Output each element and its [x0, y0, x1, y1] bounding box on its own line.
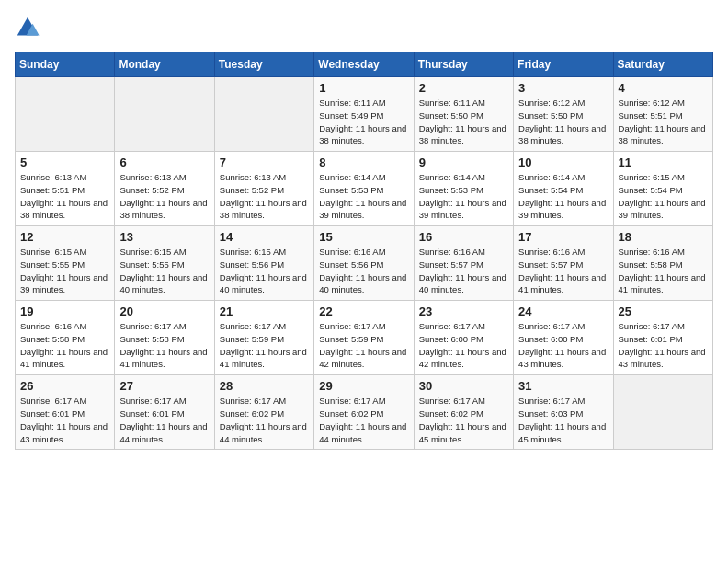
day-number: 16 — [419, 230, 508, 244]
day-detail: Sunrise: 6:13 AMSunset: 5:52 PMDaylight:… — [119, 171, 209, 222]
day-number: 22 — [319, 304, 408, 318]
day-detail: Sunrise: 6:17 AMSunset: 6:01 PMDaylight:… — [119, 395, 209, 445]
calendar-cell: 16Sunrise: 6:16 AMSunset: 5:57 PMDayligh… — [414, 226, 513, 301]
calendar-cell: 2Sunrise: 6:11 AMSunset: 5:50 PMDaylight… — [414, 77, 513, 152]
day-number: 6 — [119, 155, 209, 169]
calendar-cell: 11Sunrise: 6:15 AMSunset: 5:54 PMDayligh… — [613, 152, 712, 226]
calendar-cell: 26Sunrise: 6:17 AMSunset: 6:01 PMDayligh… — [16, 375, 115, 450]
day-detail: Sunrise: 6:15 AMSunset: 5:56 PMDaylight:… — [220, 246, 309, 296]
day-detail: Sunrise: 6:11 AMSunset: 5:49 PMDaylight:… — [319, 97, 408, 147]
calendar-cell — [16, 77, 115, 152]
day-detail: Sunrise: 6:17 AMSunset: 6:01 PMDaylight:… — [619, 320, 708, 371]
calendar-cell: 9Sunrise: 6:14 AMSunset: 5:53 PMDaylight… — [414, 152, 513, 226]
day-detail: Sunrise: 6:12 AMSunset: 5:51 PMDaylight:… — [619, 97, 708, 147]
day-detail: Sunrise: 6:17 AMSunset: 6:02 PMDaylight:… — [419, 395, 508, 445]
day-number: 30 — [419, 379, 508, 393]
day-number: 12 — [20, 230, 109, 244]
page-header — [15, 15, 713, 40]
calendar-cell: 4Sunrise: 6:12 AMSunset: 5:51 PMDaylight… — [613, 77, 712, 152]
day-number: 14 — [220, 230, 309, 244]
day-number: 9 — [419, 155, 508, 169]
day-detail: Sunrise: 6:17 AMSunset: 6:00 PMDaylight:… — [518, 320, 608, 371]
calendar-cell — [613, 375, 712, 450]
calendar-cell — [115, 77, 214, 152]
calendar-cell: 28Sunrise: 6:17 AMSunset: 6:02 PMDayligh… — [214, 375, 313, 450]
day-detail: Sunrise: 6:17 AMSunset: 5:59 PMDaylight:… — [319, 320, 408, 371]
calendar-week-row: 12Sunrise: 6:15 AMSunset: 5:55 PMDayligh… — [16, 226, 713, 301]
calendar-cell: 8Sunrise: 6:14 AMSunset: 5:53 PMDaylight… — [314, 152, 414, 226]
day-detail: Sunrise: 6:11 AMSunset: 5:50 PMDaylight:… — [419, 97, 508, 147]
calendar-cell: 7Sunrise: 6:13 AMSunset: 5:52 PMDaylight… — [214, 152, 313, 226]
day-detail: Sunrise: 6:17 AMSunset: 6:03 PMDaylight:… — [518, 395, 608, 445]
calendar-cell: 14Sunrise: 6:15 AMSunset: 5:56 PMDayligh… — [214, 226, 313, 301]
calendar-cell: 30Sunrise: 6:17 AMSunset: 6:02 PMDayligh… — [414, 375, 513, 450]
day-number: 23 — [419, 304, 508, 318]
logo — [15, 15, 44, 40]
column-header-wednesday: Wednesday — [314, 52, 414, 77]
day-detail: Sunrise: 6:15 AMSunset: 5:55 PMDaylight:… — [20, 246, 109, 296]
calendar-week-row: 1Sunrise: 6:11 AMSunset: 5:49 PMDaylight… — [16, 77, 713, 152]
day-detail: Sunrise: 6:15 AMSunset: 5:55 PMDaylight:… — [119, 246, 209, 296]
calendar-header-row: SundayMondayTuesdayWednesdayThursdayFrid… — [16, 52, 713, 77]
column-header-sunday: Sunday — [16, 52, 115, 77]
day-detail: Sunrise: 6:16 AMSunset: 5:57 PMDaylight:… — [518, 246, 608, 296]
day-number: 5 — [20, 155, 109, 169]
calendar-week-row: 26Sunrise: 6:17 AMSunset: 6:01 PMDayligh… — [16, 375, 713, 450]
day-detail: Sunrise: 6:12 AMSunset: 5:50 PMDaylight:… — [518, 97, 608, 147]
day-number: 25 — [619, 304, 708, 318]
day-number: 28 — [220, 379, 309, 393]
day-number: 8 — [319, 155, 408, 169]
day-detail: Sunrise: 6:17 AMSunset: 5:58 PMDaylight:… — [119, 320, 209, 371]
calendar-cell: 3Sunrise: 6:12 AMSunset: 5:50 PMDaylight… — [514, 77, 613, 152]
column-header-friday: Friday — [514, 52, 613, 77]
calendar-cell: 25Sunrise: 6:17 AMSunset: 6:01 PMDayligh… — [613, 301, 712, 375]
calendar-cell: 23Sunrise: 6:17 AMSunset: 6:00 PMDayligh… — [414, 301, 513, 375]
day-detail: Sunrise: 6:16 AMSunset: 5:56 PMDaylight:… — [319, 246, 408, 296]
day-number: 15 — [319, 230, 408, 244]
day-number: 26 — [20, 379, 109, 393]
day-detail: Sunrise: 6:17 AMSunset: 5:59 PMDaylight:… — [220, 320, 309, 371]
calendar-cell: 31Sunrise: 6:17 AMSunset: 6:03 PMDayligh… — [514, 375, 613, 450]
day-detail: Sunrise: 6:16 AMSunset: 5:58 PMDaylight:… — [619, 246, 708, 296]
day-number: 24 — [518, 304, 608, 318]
day-number: 31 — [518, 379, 608, 393]
day-detail: Sunrise: 6:13 AMSunset: 5:52 PMDaylight:… — [220, 171, 309, 222]
calendar-cell: 22Sunrise: 6:17 AMSunset: 5:59 PMDayligh… — [314, 301, 414, 375]
day-number: 2 — [419, 81, 508, 95]
day-number: 13 — [119, 230, 209, 244]
calendar-cell: 29Sunrise: 6:17 AMSunset: 6:02 PMDayligh… — [314, 375, 414, 450]
day-detail: Sunrise: 6:17 AMSunset: 6:02 PMDaylight:… — [319, 395, 408, 445]
column-header-monday: Monday — [115, 52, 214, 77]
day-detail: Sunrise: 6:14 AMSunset: 5:53 PMDaylight:… — [419, 171, 508, 222]
calendar-cell: 17Sunrise: 6:16 AMSunset: 5:57 PMDayligh… — [514, 226, 613, 301]
day-number: 18 — [619, 230, 708, 244]
day-number: 1 — [319, 81, 408, 95]
calendar-cell: 5Sunrise: 6:13 AMSunset: 5:51 PMDaylight… — [16, 152, 115, 226]
column-header-saturday: Saturday — [613, 52, 712, 77]
calendar-cell: 21Sunrise: 6:17 AMSunset: 5:59 PMDayligh… — [214, 301, 313, 375]
calendar-week-row: 19Sunrise: 6:16 AMSunset: 5:58 PMDayligh… — [16, 301, 713, 375]
column-header-tuesday: Tuesday — [214, 52, 313, 77]
day-detail: Sunrise: 6:17 AMSunset: 6:02 PMDaylight:… — [220, 395, 309, 445]
calendar-cell: 27Sunrise: 6:17 AMSunset: 6:01 PMDayligh… — [115, 375, 214, 450]
calendar-cell: 18Sunrise: 6:16 AMSunset: 5:58 PMDayligh… — [613, 226, 712, 301]
day-detail: Sunrise: 6:17 AMSunset: 6:01 PMDaylight:… — [20, 395, 109, 445]
calendar-cell: 13Sunrise: 6:15 AMSunset: 5:55 PMDayligh… — [115, 226, 214, 301]
day-number: 20 — [119, 304, 209, 318]
calendar-cell: 1Sunrise: 6:11 AMSunset: 5:49 PMDaylight… — [314, 77, 414, 152]
day-detail: Sunrise: 6:16 AMSunset: 5:58 PMDaylight:… — [20, 320, 109, 371]
day-number: 27 — [119, 379, 209, 393]
calendar-cell: 19Sunrise: 6:16 AMSunset: 5:58 PMDayligh… — [16, 301, 115, 375]
day-detail: Sunrise: 6:14 AMSunset: 5:54 PMDaylight:… — [518, 171, 608, 222]
day-number: 10 — [518, 155, 608, 169]
day-detail: Sunrise: 6:17 AMSunset: 6:00 PMDaylight:… — [419, 320, 508, 371]
day-number: 3 — [518, 81, 608, 95]
day-number: 17 — [518, 230, 608, 244]
calendar-cell: 12Sunrise: 6:15 AMSunset: 5:55 PMDayligh… — [16, 226, 115, 301]
day-number: 7 — [220, 155, 309, 169]
day-number: 21 — [220, 304, 309, 318]
calendar-cell: 24Sunrise: 6:17 AMSunset: 6:00 PMDayligh… — [514, 301, 613, 375]
day-detail: Sunrise: 6:15 AMSunset: 5:54 PMDaylight:… — [619, 171, 708, 222]
day-detail: Sunrise: 6:13 AMSunset: 5:51 PMDaylight:… — [20, 171, 109, 222]
day-number: 4 — [619, 81, 708, 95]
